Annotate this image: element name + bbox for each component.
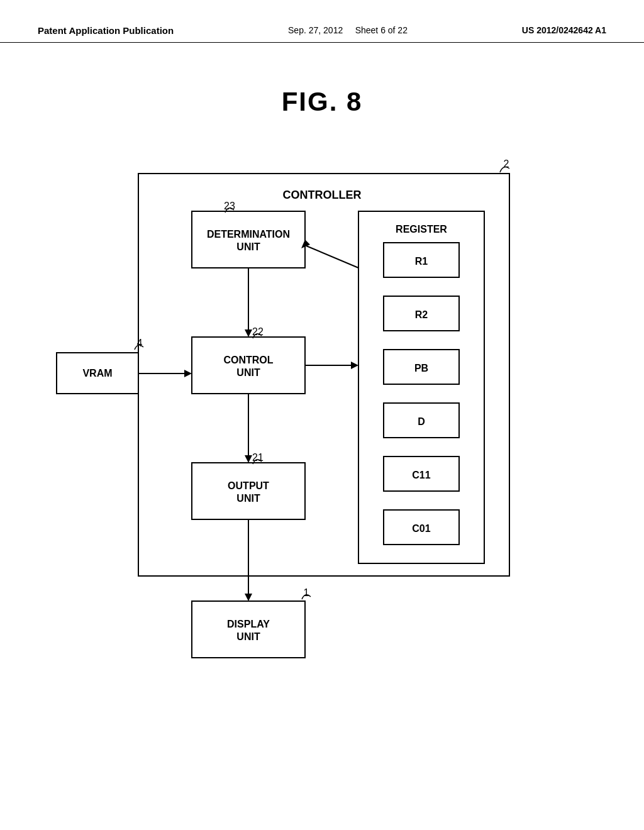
svg-marker-14 [245, 329, 252, 337]
control-unit-label-line1: CONTROL [223, 355, 273, 365]
register-label: REGISTER [396, 224, 447, 235]
label-4: 4 [137, 338, 143, 348]
output-unit-label-line2: UNIT [236, 493, 260, 504]
header-publication-label: Patent Application Publication [38, 25, 174, 36]
header-date-sheet: Sep. 27, 2012 Sheet 6 of 22 [288, 25, 408, 35]
header-sheet: Sheet 6 of 22 [355, 25, 408, 35]
r1-label: R1 [415, 256, 428, 267]
header-date: Sep. 27, 2012 [288, 25, 343, 35]
controller-label: CONTROLLER [283, 189, 362, 201]
determination-unit-label-line1: DETERMINATION [207, 229, 290, 240]
svg-marker-20 [184, 370, 192, 377]
display-unit-label-line2: UNIT [236, 631, 260, 642]
control-unit-label-line2: UNIT [236, 367, 260, 378]
svg-marker-24 [351, 362, 358, 369]
svg-marker-16 [245, 455, 252, 463]
header-patent-number: US 2012/0242642 A1 [522, 25, 606, 35]
output-unit-label-line1: OUTPUT [228, 480, 269, 491]
vram-label: VRAM [82, 368, 112, 379]
figure-title: FIG. 8 [0, 87, 644, 117]
svg-rect-0 [138, 174, 509, 576]
c01-label: C01 [412, 523, 430, 534]
c11-label: C11 [412, 470, 430, 480]
determination-unit-label-line2: UNIT [236, 241, 260, 252]
header: Patent Application Publication Sep. 27, … [0, 0, 644, 43]
diagram: 2 CONTROLLER DETERMINATION UNIT 23 CONTR… [0, 142, 644, 708]
display-unit-label-line1: DISPLAY [227, 619, 270, 629]
svg-line-21 [306, 246, 358, 268]
label-1: 1 [304, 587, 309, 598]
pb-label: PB [414, 363, 428, 374]
page: Patent Application Publication Sep. 27, … [0, 0, 644, 830]
d-label: D [418, 416, 425, 427]
r2-label: R2 [415, 309, 428, 320]
svg-marker-18 [245, 594, 252, 601]
